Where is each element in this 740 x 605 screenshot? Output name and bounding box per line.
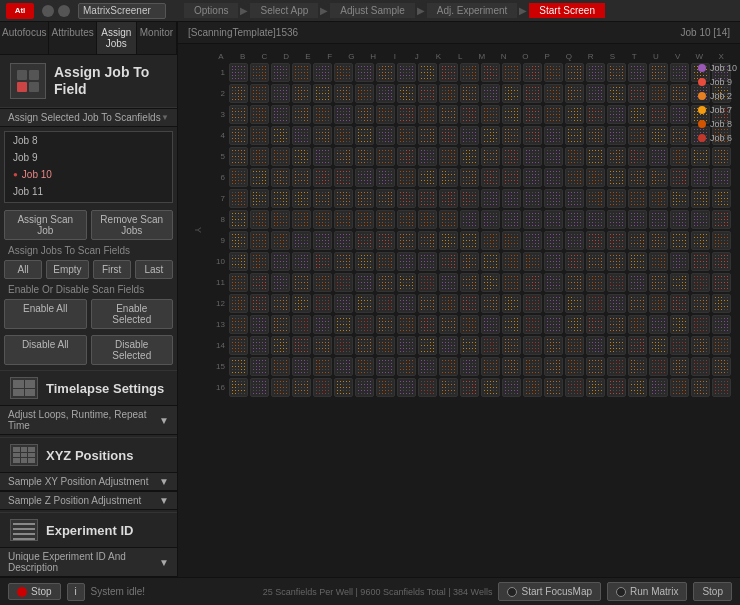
well[interactable] [712, 168, 731, 187]
well[interactable] [313, 294, 332, 313]
well[interactable] [229, 357, 248, 376]
well[interactable] [523, 231, 542, 250]
experiment-id-sub-header[interactable]: Unique Experiment ID And Description ▼ [0, 547, 177, 577]
well[interactable] [523, 189, 542, 208]
well[interactable] [271, 252, 290, 271]
well[interactable] [250, 378, 269, 397]
well[interactable] [649, 147, 668, 166]
well[interactable] [229, 147, 248, 166]
well[interactable] [271, 63, 290, 82]
well[interactable] [565, 168, 584, 187]
well[interactable] [481, 168, 500, 187]
well[interactable] [313, 189, 332, 208]
well[interactable] [439, 147, 458, 166]
well[interactable] [376, 378, 395, 397]
well[interactable] [670, 294, 689, 313]
well[interactable] [376, 147, 395, 166]
well[interactable] [355, 315, 374, 334]
well[interactable] [250, 126, 269, 145]
well[interactable] [439, 210, 458, 229]
well[interactable] [292, 168, 311, 187]
well[interactable] [418, 336, 437, 355]
well[interactable] [628, 210, 647, 229]
well[interactable] [586, 231, 605, 250]
well[interactable] [313, 378, 332, 397]
well[interactable] [607, 294, 626, 313]
well[interactable] [607, 147, 626, 166]
well[interactable] [313, 84, 332, 103]
well[interactable] [355, 126, 374, 145]
well[interactable] [397, 336, 416, 355]
well[interactable] [334, 315, 353, 334]
well[interactable] [712, 231, 731, 250]
well[interactable] [313, 357, 332, 376]
well[interactable] [313, 126, 332, 145]
well[interactable] [439, 231, 458, 250]
well[interactable] [502, 84, 521, 103]
well[interactable] [334, 357, 353, 376]
well[interactable] [439, 252, 458, 271]
run-matrix-button[interactable]: Run Matrix [607, 582, 687, 601]
timelapse-sub-header[interactable]: Adjust Loops, Runtime, Repeat Time ▼ [0, 405, 177, 435]
well[interactable] [250, 231, 269, 250]
well[interactable] [481, 294, 500, 313]
well[interactable] [313, 63, 332, 82]
well[interactable] [586, 273, 605, 292]
well[interactable] [439, 63, 458, 82]
well[interactable] [544, 273, 563, 292]
disable-all-button[interactable]: Disable All [4, 335, 87, 365]
well[interactable] [544, 357, 563, 376]
well[interactable] [481, 378, 500, 397]
well[interactable] [460, 168, 479, 187]
well[interactable] [565, 105, 584, 124]
well[interactable] [460, 84, 479, 103]
well[interactable] [229, 336, 248, 355]
well[interactable] [397, 378, 416, 397]
well[interactable] [691, 168, 710, 187]
xyz-sub-header2[interactable]: Sample Z Position Adjustment ▼ [0, 491, 177, 510]
well[interactable] [313, 336, 332, 355]
well[interactable] [649, 294, 668, 313]
well[interactable] [439, 315, 458, 334]
well[interactable] [481, 105, 500, 124]
well[interactable] [439, 126, 458, 145]
well[interactable] [334, 84, 353, 103]
well[interactable] [292, 294, 311, 313]
well[interactable] [229, 210, 248, 229]
well[interactable] [523, 84, 542, 103]
well[interactable] [607, 126, 626, 145]
well[interactable] [355, 336, 374, 355]
well[interactable] [250, 210, 269, 229]
step-start-screen[interactable]: Start Screen [529, 3, 605, 18]
well[interactable] [502, 315, 521, 334]
well[interactable] [670, 168, 689, 187]
well[interactable] [397, 357, 416, 376]
well[interactable] [418, 210, 437, 229]
well[interactable] [271, 126, 290, 145]
well[interactable] [670, 210, 689, 229]
well[interactable] [313, 231, 332, 250]
well[interactable] [523, 105, 542, 124]
well[interactable] [670, 357, 689, 376]
well[interactable] [565, 336, 584, 355]
well[interactable] [628, 378, 647, 397]
well[interactable] [523, 336, 542, 355]
well[interactable] [334, 378, 353, 397]
well[interactable] [418, 168, 437, 187]
well[interactable] [502, 378, 521, 397]
well[interactable] [292, 273, 311, 292]
well[interactable] [418, 84, 437, 103]
well[interactable] [439, 105, 458, 124]
well[interactable] [523, 210, 542, 229]
enable-all-button[interactable]: Enable All [4, 299, 87, 329]
well[interactable] [355, 210, 374, 229]
well[interactable] [607, 252, 626, 271]
well[interactable] [418, 105, 437, 124]
well[interactable] [544, 105, 563, 124]
well[interactable] [397, 84, 416, 103]
well[interactable] [376, 210, 395, 229]
job-item-10[interactable]: Job 10 [5, 166, 172, 183]
well[interactable] [334, 63, 353, 82]
well[interactable] [460, 126, 479, 145]
well[interactable] [418, 189, 437, 208]
